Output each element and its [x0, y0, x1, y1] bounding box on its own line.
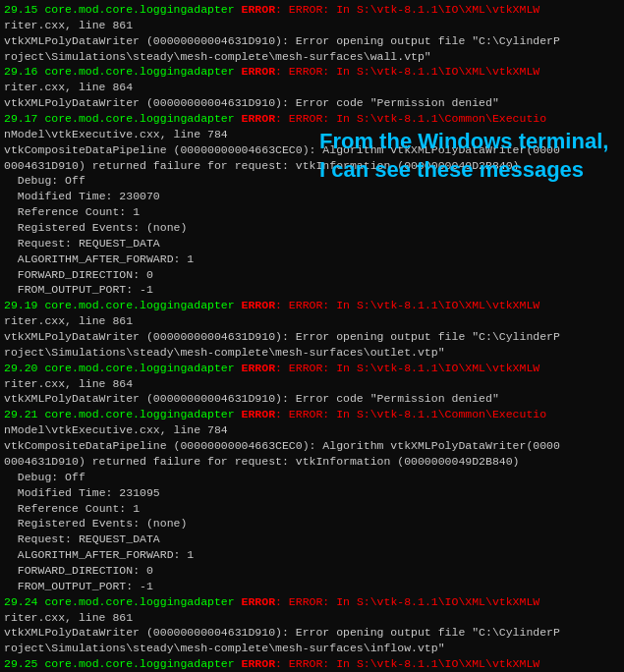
- terminal-line: 29.24 core.mod.core.loggingadapter ERROR…: [4, 594, 620, 610]
- terminal-line: 29.20 core.mod.core.loggingadapter ERROR…: [4, 361, 620, 376]
- terminal-window: 29.15 core.mod.core.loggingadapter ERROR…: [0, 0, 624, 672]
- terminal-line: FROM_OUTPUT_PORT: -1: [4, 579, 620, 594]
- terminal-line: Registered Events: (none): [4, 220, 620, 236]
- terminal-line: roject\Simulations\steady\mesh-complete\…: [4, 641, 620, 656]
- terminal-line: 29.15 core.mod.core.loggingadapter ERROR…: [4, 2, 620, 18]
- terminal-line: roject\Simulations\steady\mesh-complete\…: [4, 49, 620, 65]
- terminal-line: 0004631D910) returned failure for reques…: [4, 158, 620, 174]
- terminal-line: vtkCompositeDataPipeline (00000000004663…: [4, 438, 620, 454]
- terminal-line: vtkXMLPolyDataWriter (00000000004631D910…: [4, 33, 620, 49]
- terminal-line: Registered Events: (none): [4, 516, 620, 532]
- terminal-line: riter.cxx, line 864: [4, 80, 620, 95]
- terminal-line: riter.cxx, line 861: [4, 610, 620, 626]
- terminal-line: Reference Count: 1: [4, 501, 620, 517]
- terminal-line: Request: REQUEST_DATA: [4, 236, 620, 252]
- terminal-line: vtkXMLPolyDataWriter (00000000004631D910…: [4, 625, 620, 641]
- terminal-line: ALGORITHM_AFTER_FORWARD: 1: [4, 547, 620, 563]
- terminal-line: FROM_OUTPUT_PORT: -1: [4, 282, 620, 298]
- terminal-line: FORWARD_DIRECTION: 0: [4, 563, 620, 579]
- terminal-line: riter.cxx, line 864: [4, 376, 620, 392]
- terminal-line: vtkCompositeDataPipeline (00000000004663…: [4, 142, 620, 158]
- terminal-line: Reference Count: 1: [4, 204, 620, 220]
- terminal-line: 29.21 core.mod.core.loggingadapter ERROR…: [4, 407, 620, 422]
- terminal-content: 29.15 core.mod.core.loggingadapter ERROR…: [4, 2, 620, 672]
- terminal-line: roject\Simulations\steady\mesh-complete\…: [4, 345, 620, 361]
- terminal-line: 29.16 core.mod.core.loggingadapter ERROR…: [4, 64, 620, 80]
- terminal-line: nModel\vtkExecutive.cxx, line 784: [4, 422, 620, 438]
- terminal-line: vtkXMLPolyDataWriter (00000000004631D910…: [4, 329, 620, 345]
- terminal-line: 29.25 core.mod.core.loggingadapter ERROR…: [4, 656, 620, 672]
- terminal-line: 29.19 core.mod.core.loggingadapter ERROR…: [4, 298, 620, 313]
- terminal-line: 29.17 core.mod.core.loggingadapter ERROR…: [4, 111, 620, 127]
- terminal-line: ALGORITHM_AFTER_FORWARD: 1: [4, 252, 620, 267]
- terminal-line: Request: REQUEST_DATA: [4, 532, 620, 547]
- terminal-line: riter.cxx, line 861: [4, 313, 620, 329]
- terminal-line: nModel\vtkExecutive.cxx, line 784: [4, 127, 620, 142]
- terminal-line: vtkXMLPolyDataWriter (00000000004631D910…: [4, 391, 620, 407]
- terminal-line: vtkXMLPolyDataWriter (00000000004631D910…: [4, 95, 620, 111]
- terminal-line: Debug: Off: [4, 470, 620, 485]
- terminal-line: 0004631D910) returned failure for reques…: [4, 454, 620, 470]
- terminal-line: riter.cxx, line 861: [4, 18, 620, 33]
- terminal-line: Modified Time: 230070: [4, 189, 620, 204]
- terminal-line: Debug: Off: [4, 173, 620, 189]
- terminal-line: FORWARD_DIRECTION: 0: [4, 267, 620, 283]
- terminal-line: Modified Time: 231095: [4, 485, 620, 501]
